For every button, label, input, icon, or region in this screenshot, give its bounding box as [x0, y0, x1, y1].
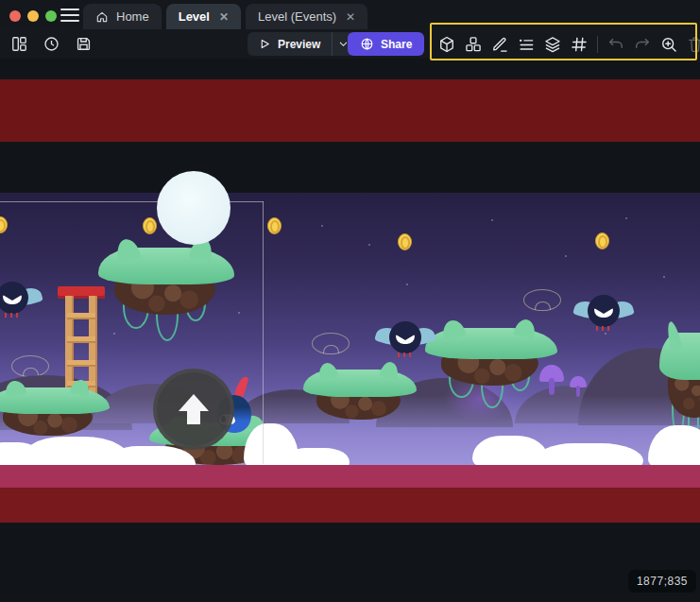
floating-island[interactable] [303, 370, 417, 421]
history-button[interactable] [40, 32, 63, 56]
star [113, 333, 115, 335]
layers-icon [543, 35, 562, 54]
project-manager-icon [10, 35, 28, 53]
toolbar-divider [597, 36, 598, 53]
scene-canvas[interactable] [0, 59, 700, 602]
island-grass [98, 248, 234, 284]
objects-group-icon [464, 35, 483, 54]
zoom-in-button[interactable] [657, 33, 680, 56]
save-button[interactable] [72, 32, 95, 56]
history-icon [43, 35, 60, 53]
level-background-band-bottom[interactable] [0, 488, 700, 523]
trash-icon [686, 35, 700, 54]
tab-bar: Home Level ✕ Level (Events) ✕ [83, 4, 367, 29]
bat-enemy[interactable] [0, 282, 42, 325]
minimize-window-button[interactable] [27, 10, 39, 22]
tab-label: Level (Events) [258, 9, 336, 24]
level-background-band-top[interactable] [0, 79, 700, 142]
floating-island[interactable] [98, 248, 234, 316]
undo-icon [606, 35, 625, 54]
3d-objects-button[interactable] [435, 33, 458, 56]
tab-level-events[interactable]: Level (Events) ✕ [246, 4, 367, 29]
instances-list-icon [517, 35, 536, 54]
share-button[interactable]: Share [348, 32, 424, 56]
window-controls [9, 10, 57, 22]
scene-edit-toolbar [435, 32, 700, 56]
menu-icon[interactable] [60, 9, 79, 22]
star [625, 217, 627, 219]
eye-outline-decor [312, 333, 350, 354]
objects-group-button[interactable] [462, 33, 485, 56]
tab-level[interactable]: Level ✕ [166, 4, 241, 29]
floating-island[interactable] [425, 328, 557, 387]
coin-object[interactable] [595, 232, 609, 249]
eye-outline-decor [523, 289, 561, 311]
redo-icon [633, 35, 652, 54]
moon-object[interactable] [157, 171, 230, 245]
star [406, 284, 408, 285]
star [663, 276, 665, 278]
close-window-button[interactable] [9, 10, 21, 22]
island-grass [0, 387, 110, 414]
coin-object[interactable] [267, 217, 282, 234]
star [238, 312, 240, 314]
coin-object[interactable] [398, 233, 412, 250]
titlebar: Home Level ✕ Level (Events) ✕ [0, 0, 700, 29]
mushroom [570, 376, 587, 397]
ladder[interactable] [60, 286, 103, 394]
level-background-band-pink[interactable] [0, 465, 700, 488]
eye-outline-decor [11, 355, 49, 377]
toolbar: Preview Share [0, 29, 700, 59]
redo-button[interactable] [631, 33, 654, 56]
zoom-in-icon [659, 35, 678, 54]
coin-object[interactable] [143, 217, 157, 234]
star [368, 244, 370, 246]
app-window: Home Level ✕ Level (Events) ✕ [0, 0, 700, 602]
star [321, 225, 323, 227]
grid-icon [570, 35, 589, 54]
star [565, 255, 567, 257]
jump-button-object[interactable] [153, 369, 234, 450]
paint-pen-icon [490, 35, 509, 54]
toolbar-left [8, 32, 95, 56]
undo-button[interactable] [605, 33, 627, 56]
grid-button[interactable] [568, 33, 590, 56]
cursor-coordinates-badge: 1877;835 [628, 570, 696, 593]
floating-island[interactable] [0, 387, 110, 437]
floating-island[interactable] [659, 333, 700, 420]
island-grass [303, 370, 417, 397]
paint-pen-button[interactable] [488, 33, 511, 56]
island-grass [425, 328, 557, 359]
preview-button[interactable]: Preview [248, 32, 332, 56]
share-label: Share [381, 38, 412, 51]
preview-split-button: Preview [248, 32, 354, 56]
3d-box-icon [437, 35, 456, 54]
bat-enemy[interactable] [574, 295, 633, 338]
layers-button[interactable] [541, 33, 564, 56]
scene-objects [0, 59, 700, 602]
tab-home[interactable]: Home [83, 4, 162, 29]
tab-label: Home [116, 9, 149, 24]
delete-button[interactable] [684, 33, 700, 56]
home-icon [95, 10, 109, 24]
up-arrow-icon [173, 388, 214, 430]
play-icon [259, 38, 271, 50]
save-icon [75, 35, 93, 53]
star [491, 219, 493, 221]
bat-enemy[interactable] [376, 321, 435, 365]
project-manager-button[interactable] [8, 32, 31, 56]
close-tab-icon[interactable]: ✕ [346, 10, 355, 24]
island-grass [659, 333, 700, 380]
preview-label: Preview [278, 38, 320, 51]
zoom-window-button[interactable] [45, 10, 57, 22]
close-tab-icon[interactable]: ✕ [219, 10, 229, 24]
scene-boundary-line-right [263, 201, 264, 464]
instances-list-button[interactable] [515, 33, 538, 56]
globe-icon [360, 37, 374, 51]
tab-label: Level [179, 9, 210, 24]
